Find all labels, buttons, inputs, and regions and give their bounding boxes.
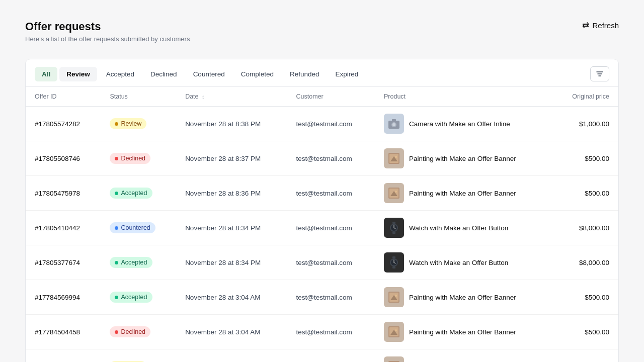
cell-date: November 28 at 8:38 PM <box>176 107 287 141</box>
cell-date: November 28 at 3:04 AM <box>176 280 287 315</box>
table-header: Offer ID Status Date ↕ Customer Product … <box>26 87 618 107</box>
cell-offer-id: #17784504458 <box>26 315 101 349</box>
product-image <box>384 287 404 307</box>
cell-customer: test@testmail.com <box>287 245 375 280</box>
cell-price: $1,000.00 <box>553 107 618 141</box>
cell-offer-id: #17805377674 <box>26 245 101 280</box>
col-product: Product <box>375 87 553 107</box>
cell-price: $500.00 <box>553 315 618 349</box>
cell-customer: test@testmail.com <box>287 176 375 211</box>
status-dot <box>115 157 118 160</box>
product-name: Painting with Make an Offer Banner <box>409 328 516 336</box>
page-subtitle: Here's a list of the offer requests subm… <box>25 35 190 43</box>
table-row[interactable]: #17805574282 Review November 28 at 8:38 … <box>26 107 618 141</box>
svg-point-27 <box>395 329 397 331</box>
cell-customer: test@testmail.com <box>287 280 375 315</box>
cell-status: Countered <box>101 211 176 245</box>
sort-icon <box>596 70 604 78</box>
cell-offer-id: #17805574282 <box>26 107 101 141</box>
refresh-icon: ⇄ <box>582 20 589 31</box>
product-name: Camera with Make an Offer Inline <box>409 120 510 128</box>
svg-point-9 <box>395 191 397 193</box>
table-row[interactable]: #17784504458 Declined November 28 at 3:0… <box>26 315 618 349</box>
table-row[interactable]: #17784569994 Accepted November 28 at 3:0… <box>26 280 618 315</box>
col-status: Status <box>101 87 176 107</box>
tab-review[interactable]: Review <box>59 67 97 81</box>
cell-status: Accepted <box>101 245 176 280</box>
cell-offer-id: #17784569994 <box>26 280 101 315</box>
cell-status: Accepted <box>101 176 176 211</box>
cell-price: $500.00 <box>553 141 618 176</box>
svg-rect-15 <box>392 232 395 234</box>
cell-date: November 28 at 8:34 PM <box>176 245 287 280</box>
tab-expired[interactable]: Expired <box>329 67 366 81</box>
cell-status: Review <box>101 349 176 363</box>
date-sort-icon: ↕ <box>202 94 205 100</box>
refresh-label: Refresh <box>592 21 619 30</box>
cell-status: Declined <box>101 141 176 176</box>
tab-completed[interactable]: Completed <box>234 67 281 81</box>
table-row[interactable]: #17805475978 Accepted November 28 at 8:3… <box>26 176 618 211</box>
svg-point-6 <box>395 156 397 158</box>
cell-price: $500.00 <box>553 349 618 363</box>
cell-product: Watch with Make an Offer Button <box>375 245 553 280</box>
svg-point-24 <box>395 295 397 297</box>
cell-product: Painting with Make an Offer Banner <box>375 141 553 176</box>
sort-button[interactable] <box>590 66 609 81</box>
tab-refunded[interactable]: Refunded <box>283 67 327 81</box>
cell-offer-id: #17784471690 <box>26 349 101 363</box>
svg-rect-21 <box>392 266 395 268</box>
cell-customer: test@testmail.com <box>287 315 375 349</box>
table-row[interactable]: #17805508746 Declined November 28 at 8:3… <box>26 141 618 176</box>
tab-all[interactable]: All <box>35 67 57 81</box>
col-offer-id: Offer ID <box>26 87 101 107</box>
offers-card: All Review Accepted Declined Countered C… <box>25 59 619 362</box>
cell-customer: test@testmail.com <box>287 349 375 363</box>
tab-countered[interactable]: Countered <box>186 67 232 81</box>
tab-declined[interactable]: Declined <box>143 67 184 81</box>
product-name: Watch with Make an Offer Button <box>409 259 508 266</box>
page-wrapper: Offer requests Here's a list of the offe… <box>0 0 644 362</box>
header-text: Offer requests Here's a list of the offe… <box>25 20 190 43</box>
col-customer: Customer <box>287 87 375 107</box>
status-badge: Accepted <box>110 257 152 268</box>
svg-rect-3 <box>392 119 396 121</box>
status-badge: Countered <box>110 222 155 233</box>
product-image <box>384 322 404 342</box>
cell-status: Review <box>101 107 176 141</box>
cell-date: November 28 at 8:36 PM <box>176 176 287 211</box>
table-row[interactable]: #17805410442 Countered November 28 at 8:… <box>26 211 618 245</box>
cell-price: $8,000.00 <box>553 245 618 280</box>
product-name: Painting with Make an Offer Banner <box>409 190 516 197</box>
cell-product: Watch with Make an Offer Button <box>375 211 553 245</box>
cell-status: Accepted <box>101 280 176 315</box>
cell-price: $500.00 <box>553 176 618 211</box>
svg-rect-14 <box>392 222 395 224</box>
cell-date: November 28 at 8:37 PM <box>176 141 287 176</box>
cell-customer: test@testmail.com <box>287 211 375 245</box>
table-row[interactable]: #17784471690 Review November 28 at 3:03 … <box>26 349 618 363</box>
tabs-container: All Review Accepted Declined Countered C… <box>35 67 365 86</box>
col-date: Date ↕ <box>176 87 287 107</box>
product-name: Painting with Make an Offer Banner <box>409 294 516 301</box>
product-image <box>384 148 404 168</box>
cell-date: November 28 at 3:04 AM <box>176 315 287 349</box>
status-badge: Review <box>110 118 146 129</box>
cell-date: November 28 at 3:03 AM <box>176 349 287 363</box>
cell-offer-id: #17805410442 <box>26 211 101 245</box>
product-image <box>384 183 404 203</box>
cell-product: Painting with Make an Offer Banner <box>375 315 553 349</box>
table-row[interactable]: #17805377674 Accepted November 28 at 8:3… <box>26 245 618 280</box>
cell-status: Declined <box>101 315 176 349</box>
refresh-button[interactable]: ⇄ Refresh <box>582 20 619 31</box>
product-name: Painting with Make an Offer Banner <box>409 155 516 162</box>
offers-table: Offer ID Status Date ↕ Customer Product … <box>26 87 618 362</box>
status-dot <box>115 226 118 230</box>
tab-accepted[interactable]: Accepted <box>99 67 141 81</box>
cell-product: Camera with Make an Offer Inline <box>375 107 553 141</box>
cell-offer-id: #17805508746 <box>26 141 101 176</box>
cell-product: Painting with Make an Offer Banner <box>375 280 553 315</box>
status-badge: Declined <box>110 326 150 337</box>
page-title: Offer requests <box>25 20 190 33</box>
cell-customer: test@testmail.com <box>287 107 375 141</box>
